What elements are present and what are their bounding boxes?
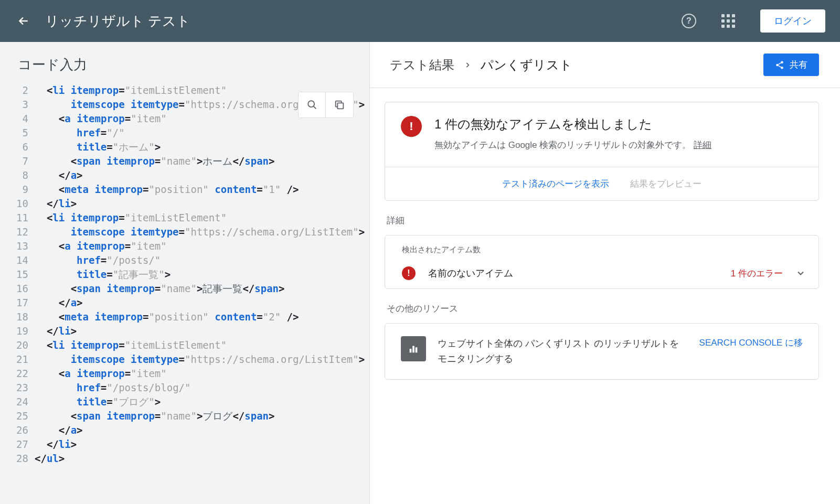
svg-point-3 bbox=[781, 61, 783, 63]
code-editor[interactable]: 2 <li itemprop="itemListElement"3 itemsc… bbox=[0, 83, 369, 466]
code-line[interactable]: 18 <meta itemprop="position" content="2"… bbox=[0, 310, 369, 324]
code-line[interactable]: 21 itemscope itemtype="https://schema.or… bbox=[0, 352, 369, 367]
search-icon bbox=[306, 99, 318, 111]
code-line[interactable]: 13 <a itemprop="item" bbox=[0, 239, 369, 253]
page-title: リッチリザルト テスト bbox=[45, 12, 667, 30]
promo-text: ウェブサイト全体の パンくずリスト のリッチリザルトをモニタリングする bbox=[438, 336, 688, 367]
svg-line-1 bbox=[313, 106, 316, 109]
details-header: 検出されたアイテム数 bbox=[385, 235, 818, 258]
svg-rect-6 bbox=[410, 349, 412, 352]
details-section-label: 詳細 bbox=[387, 215, 819, 227]
share-label: 共有 bbox=[790, 59, 807, 71]
code-line[interactable]: 17 </a> bbox=[0, 296, 369, 310]
results-panel: テスト結果 パンくずリスト 共有 ! 1 件の無効なアイテムを検出しました 無効… bbox=[370, 42, 840, 504]
copy-icon bbox=[334, 99, 345, 111]
login-button[interactable]: ログイン bbox=[760, 9, 825, 33]
promo-link[interactable]: SEARCH CONSOLE に移 bbox=[699, 336, 803, 350]
detail-item-name: 名前のないアイテム bbox=[428, 267, 718, 280]
error-icon: ! bbox=[401, 116, 422, 137]
preview-results-button: 結果をプレビュー bbox=[630, 178, 701, 190]
code-line[interactable]: 23 href="/posts/blog/" bbox=[0, 381, 369, 395]
code-line[interactable]: 15 title="記事一覧"> bbox=[0, 267, 369, 282]
svg-rect-8 bbox=[416, 347, 418, 352]
code-line[interactable]: 6 title="ホーム"> bbox=[0, 140, 369, 154]
app-header: リッチリザルト テスト ? ログイン bbox=[0, 0, 840, 42]
code-line[interactable]: 25 <span itemprop="name">ブログ</span> bbox=[0, 409, 369, 423]
code-line[interactable]: 28</ul> bbox=[0, 452, 369, 466]
breadcrumb: テスト結果 パンくずリスト bbox=[390, 57, 763, 73]
code-line[interactable]: 24 title="ブログ"> bbox=[0, 395, 369, 409]
code-line[interactable]: 11 <li itemprop="itemListElement" bbox=[0, 211, 369, 225]
details-link[interactable]: 詳細 bbox=[694, 140, 711, 150]
code-toolbar bbox=[298, 92, 354, 118]
svg-point-0 bbox=[308, 101, 314, 107]
svg-point-4 bbox=[776, 63, 779, 66]
code-line[interactable]: 12 itemscope itemtype="https://schema.or… bbox=[0, 225, 369, 239]
code-line[interactable]: 10 </li> bbox=[0, 197, 369, 211]
error-icon: ! bbox=[402, 266, 416, 280]
chevron-down-icon bbox=[795, 268, 806, 278]
share-button[interactable]: 共有 bbox=[763, 53, 819, 76]
code-line[interactable]: 7 <span itemprop="name">ホーム</span> bbox=[0, 154, 369, 168]
code-line[interactable]: 20 <li itemprop="itemListElement" bbox=[0, 338, 369, 352]
svg-rect-2 bbox=[337, 103, 343, 109]
code-line[interactable]: 26 </a> bbox=[0, 423, 369, 437]
apps-icon[interactable] bbox=[721, 14, 735, 28]
details-card: 検出されたアイテム数 ! 名前のないアイテム 1 件のエラー bbox=[385, 235, 819, 289]
promo-card: ウェブサイト全体の パンくずリスト のリッチリザルトをモニタリングする SEAR… bbox=[385, 323, 819, 380]
code-panel: コード入力 2 <li itemprop="itemListElement"3 … bbox=[0, 42, 370, 504]
breadcrumb-root[interactable]: テスト結果 bbox=[390, 57, 454, 73]
code-line[interactable]: 19 </li> bbox=[0, 324, 369, 338]
chevron-right-icon bbox=[464, 61, 471, 69]
code-line[interactable]: 9 <meta itemprop="position" content="1" … bbox=[0, 183, 369, 197]
alert-title: 1 件の無効なアイテムを検出しました bbox=[434, 116, 711, 133]
code-panel-title: コード入力 bbox=[0, 42, 369, 83]
code-line[interactable]: 27 </li> bbox=[0, 437, 369, 452]
detail-item-count: 1 件のエラー bbox=[731, 267, 783, 280]
share-icon bbox=[775, 60, 784, 70]
other-resources-label: その他のリソース bbox=[387, 303, 819, 315]
back-button[interactable] bbox=[17, 14, 30, 28]
chart-icon bbox=[401, 336, 426, 361]
code-line[interactable]: 22 <a itemprop="item" bbox=[0, 367, 369, 381]
code-line[interactable]: 16 <span itemprop="name">記事一覧</span> bbox=[0, 282, 369, 296]
code-line[interactable]: 14 href="/posts/" bbox=[0, 253, 369, 267]
view-tested-page-button[interactable]: テスト済みのページを表示 bbox=[502, 178, 609, 190]
code-line[interactable]: 5 href="/" bbox=[0, 126, 369, 140]
help-icon[interactable]: ? bbox=[682, 14, 696, 28]
code-line[interactable]: 8 </a> bbox=[0, 168, 369, 183]
detail-item-row[interactable]: ! 名前のないアイテム 1 件のエラー bbox=[385, 258, 818, 288]
copy-code-button[interactable] bbox=[326, 92, 353, 117]
svg-rect-7 bbox=[412, 346, 414, 353]
alert-card: ! 1 件の無効なアイテムを検出しました 無効なアイテムは Google 検索の… bbox=[385, 102, 819, 201]
breadcrumb-current: パンくずリスト bbox=[481, 57, 572, 73]
search-code-button[interactable] bbox=[299, 92, 326, 117]
svg-point-5 bbox=[781, 67, 783, 69]
alert-description: 無効なアイテムは Google 検索のリッチリザルトの対象外です。 詳細 bbox=[434, 138, 711, 152]
